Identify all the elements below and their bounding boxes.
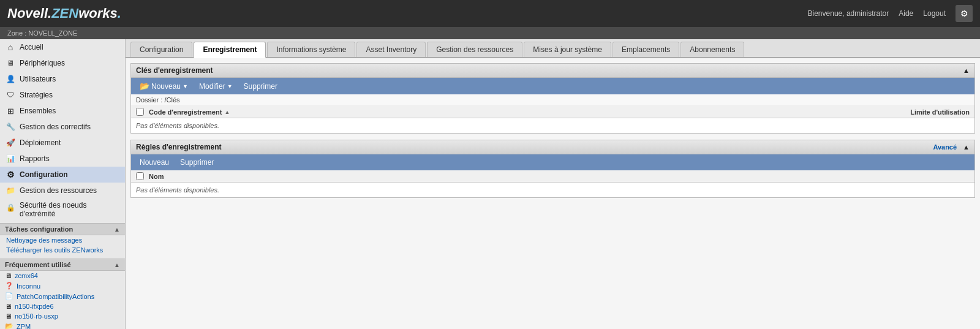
tab-abonnements[interactable]: Abonnements: [680, 42, 744, 57]
sort-icon[interactable]: [224, 109, 230, 115]
welcome-text: Bienvenue, administrator: [808, 9, 889, 18]
sidebar-label-rapports: Rapports: [20, 154, 120, 163]
freq-link-zpm[interactable]: ZPM: [17, 323, 31, 330]
collapse-cles-icon[interactable]: ▲: [963, 67, 970, 74]
regles-select-all-checkbox[interactable]: [136, 172, 144, 180]
logout-link[interactable]: Logout: [923, 9, 946, 18]
aide-link[interactable]: Aide: [899, 9, 913, 18]
sidebar-item-deploiement[interactable]: Déploiement: [0, 135, 125, 151]
task-telecharger[interactable]: Télécharger les outils ZENworks: [0, 245, 125, 255]
tab-ressources[interactable]: Gestion des ressources: [427, 42, 522, 57]
sidebar-item-utilisateurs[interactable]: Utilisateurs: [0, 71, 125, 87]
freq-item-inconnu[interactable]: ❓ Inconnu: [0, 281, 125, 291]
panel-cles-title: Clés d'enregistrement: [136, 66, 213, 75]
sidebar-item-strategies[interactable]: Stratégies: [0, 87, 125, 103]
folder-icon: 📂: [5, 322, 13, 329]
col-limit-header: Limite d'utilisation: [890, 108, 970, 116]
task-nettoyage[interactable]: Nettoyage des messages: [0, 235, 125, 245]
cles-modifier-btn[interactable]: Modifier ▼: [195, 81, 236, 92]
freq-link-patch[interactable]: PatchCompatibilityActions: [17, 293, 94, 300]
tab-bar: Configuration Enregistrement Information…: [126, 39, 980, 58]
sidebar-label-utilisateurs: Utilisateurs: [20, 75, 120, 83]
sidebar-item-rapports[interactable]: Rapports: [0, 151, 125, 167]
zone-label: Zone : NOVELL_ZONE: [7, 29, 77, 37]
sidebar-item-correctifs[interactable]: Gestion des correctifs: [0, 119, 125, 135]
users-icon: [5, 74, 16, 85]
panel-regles: Règles d'enregistrement Avancé ▲ Nouveau…: [130, 140, 975, 198]
folder-new-icon: 📂: [140, 81, 149, 91]
frequent-collapse-icon[interactable]: ▲: [114, 262, 120, 268]
regles-table-header: Nom: [131, 170, 974, 183]
freq-item-zpm[interactable]: 📂 ZPM: [0, 321, 125, 329]
sidebar-label-deploiement: Déploiement: [20, 138, 120, 147]
sidebar-label-strategies: Stratégies: [20, 91, 120, 99]
freq-link-n150[interactable]: n150-ifxpde6: [15, 303, 54, 310]
unknown-icon: ❓: [5, 282, 13, 290]
cles-select-all-checkbox[interactable]: [136, 108, 144, 116]
main-layout: Accueil Périphériques Utilisateurs Strat…: [0, 39, 980, 329]
regles-nouveau-btn[interactable]: Nouveau: [136, 157, 173, 168]
sidebar-item-peripheriques[interactable]: Périphériques: [0, 55, 125, 71]
collapse-regles-icon[interactable]: ▲: [963, 143, 970, 151]
manage-icon: [5, 185, 16, 196]
freq-link-zcmx64[interactable]: zcmx64: [15, 272, 38, 279]
cles-table-header: Code d'enregistrement Limite d'utilisati…: [131, 106, 974, 118]
sidebar-label-ensembles: Ensembles: [20, 107, 120, 115]
freq-link-no150[interactable]: no150-rb-usxp: [15, 312, 58, 320]
header: Novell. ZENworks. Bienvenue, administrat…: [0, 0, 980, 27]
sidebar-item-accueil[interactable]: Accueil: [0, 39, 125, 55]
shield-icon: [5, 89, 16, 100]
tasks-section-header: Tâches configuration ▲: [0, 223, 125, 235]
regles-supprimer-btn[interactable]: Supprimer: [176, 157, 217, 168]
tab-mises[interactable]: Mises à jour système: [524, 42, 611, 57]
computer-icon-1: 🖥: [5, 272, 12, 279]
panel-cles-toolbar: 📂 Nouveau ▼ Modifier ▼ Supprimer: [131, 78, 974, 94]
sidebar-label-configuration: Configuration: [20, 170, 120, 179]
freq-item-no150[interactable]: 🖥 no150-rb-usxp: [0, 311, 125, 321]
panel-cles-path: Dossier : /Clés: [131, 94, 974, 106]
header-settings-icon[interactable]: ⚙: [956, 5, 973, 22]
sidebar: Accueil Périphériques Utilisateurs Strat…: [0, 39, 126, 329]
avance-link[interactable]: Avancé: [933, 143, 957, 151]
sidebar-label-accueil: Accueil: [20, 43, 120, 51]
zone-bar: Zone : NOVELL_ZONE: [0, 27, 980, 39]
logo-zen: ZEN: [51, 6, 78, 21]
security-icon: [5, 202, 16, 213]
frequent-section-header: Fréquemment utilisé ▲: [0, 259, 125, 271]
report-icon: [5, 153, 16, 164]
panel-cles-header: Clés d'enregistrement ▲: [131, 64, 974, 78]
freq-link-inconnu[interactable]: Inconnu: [17, 282, 40, 290]
patch-icon: 📄: [5, 292, 13, 300]
header-right: Bienvenue, administrator Aide Logout ⚙: [808, 5, 973, 22]
house-icon: [5, 42, 16, 53]
sidebar-label-correctifs: Gestion des correctifs: [20, 123, 120, 131]
gear-icon: [5, 169, 16, 180]
sidebar-item-securite[interactable]: Sécurité des noeuds d'extrémité: [0, 199, 125, 221]
panel-regles-title: Règles d'enregistrement: [136, 143, 222, 151]
panel-cles: Clés d'enregistrement ▲ 📂 Nouveau ▼ Modi…: [130, 63, 975, 134]
freq-item-patch[interactable]: 📄 PatchCompatibilityActions: [0, 291, 125, 301]
freq-item-zcmx64[interactable]: 🖥 zcmx64: [0, 271, 125, 281]
sidebar-label-peripheriques: Périphériques: [20, 59, 120, 67]
grid-icon: [5, 105, 16, 116]
tab-informations[interactable]: Informations système: [267, 42, 355, 57]
tasks-collapse-icon[interactable]: ▲: [114, 226, 120, 233]
col-code-header: Code d'enregistrement: [149, 108, 890, 116]
tab-configuration[interactable]: Configuration: [130, 42, 192, 57]
cles-empty-msg: Pas d'éléments disponibles.: [131, 118, 974, 133]
sidebar-item-ressources[interactable]: Gestion des ressources: [0, 183, 125, 199]
sidebar-item-ensembles[interactable]: Ensembles: [0, 103, 125, 119]
tab-enregistrement[interactable]: Enregistrement: [194, 42, 266, 58]
sidebar-label-securite: Sécurité des noeuds d'extrémité: [20, 201, 120, 218]
cles-nouveau-btn[interactable]: 📂 Nouveau ▼: [136, 80, 192, 92]
col-nom-header: Nom: [149, 173, 970, 180]
computer-icon-3: 🖥: [5, 312, 12, 320]
sidebar-item-configuration[interactable]: Configuration: [0, 167, 125, 183]
logo-dot: .: [118, 6, 121, 21]
freq-item-n150[interactable]: 🖥 n150-ifxpde6: [0, 301, 125, 311]
cles-supprimer-btn[interactable]: Supprimer: [240, 81, 281, 92]
tab-emplacements[interactable]: Emplacements: [612, 42, 679, 57]
tab-asset[interactable]: Asset Inventory: [356, 42, 426, 57]
panel-regles-header: Règles d'enregistrement Avancé ▲: [131, 140, 974, 154]
monitor-icon: [5, 58, 16, 69]
